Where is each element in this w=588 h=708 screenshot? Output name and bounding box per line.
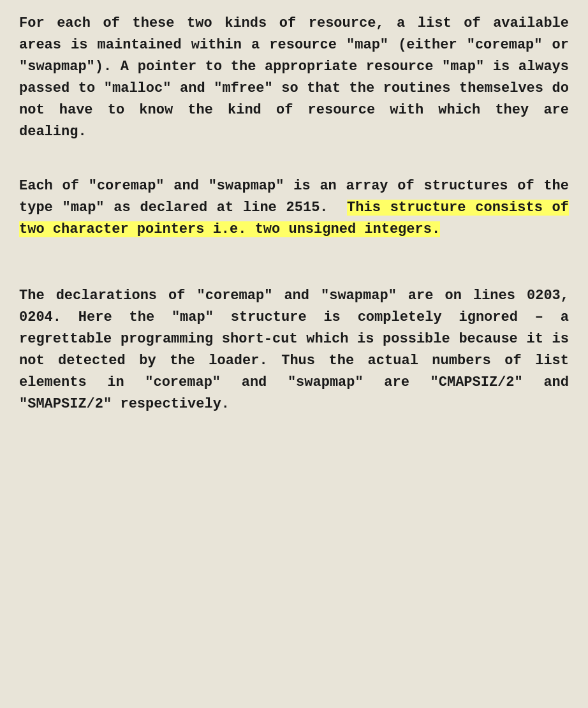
paragraph-1: For each of these two kinds of resource,… bbox=[19, 13, 569, 144]
page-content: For each of these two kinds of resource,… bbox=[19, 13, 569, 415]
paragraph-2: Each of "coremap" and "swapmap" is an ar… bbox=[19, 175, 569, 240]
paragraph-1-text: For each of these two kinds of resource,… bbox=[19, 15, 569, 140]
divider bbox=[19, 272, 569, 285]
paragraph-3-text: The declarations of "coremap" and "swapm… bbox=[19, 288, 569, 412]
paragraph-3: The declarations of "coremap" and "swapm… bbox=[19, 285, 569, 416]
